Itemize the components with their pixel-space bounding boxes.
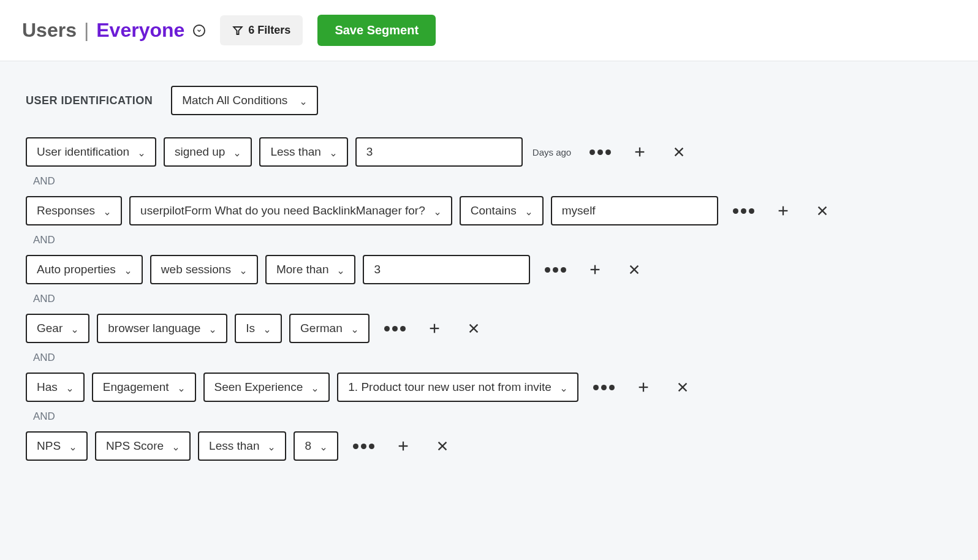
conjunction-label: AND <box>33 352 952 364</box>
chevron-down-icon <box>337 266 344 273</box>
chevron-down-icon <box>124 266 132 273</box>
section-header-row: USER IDENTIFICATION Match All Conditions <box>26 86 952 115</box>
chevron-down-icon <box>104 207 111 214</box>
select-value: Is <box>246 322 255 335</box>
remove-condition-button[interactable] <box>463 318 484 339</box>
match-mode-select[interactable]: Match All Conditions <box>171 86 318 115</box>
chevron-down-icon <box>172 442 180 450</box>
conjunction-label: AND <box>33 411 952 423</box>
chevron-down-icon <box>525 207 533 214</box>
chevron-down-icon <box>66 384 74 391</box>
more-icon[interactable] <box>589 149 611 155</box>
more-icon[interactable] <box>593 385 615 390</box>
condition-select[interactable]: Is <box>235 314 282 343</box>
condition-select[interactable]: Gear <box>26 314 89 343</box>
add-condition-button[interactable] <box>424 318 445 339</box>
conjunction-label: AND <box>33 293 952 305</box>
condition-row: Gearbrowser languageIsGerman <box>26 314 952 343</box>
remove-condition-button[interactable] <box>432 436 453 456</box>
chevron-down-icon <box>330 148 337 156</box>
chevron-down-icon <box>240 266 247 273</box>
chevron-down-icon <box>69 442 77 450</box>
chevron-down-icon <box>209 325 216 332</box>
select-value: Gear <box>37 322 63 335</box>
conjunction-label: AND <box>33 234 952 246</box>
select-value: 1. Product tour new user not from invite <box>348 380 552 394</box>
select-value: Less than <box>209 439 259 453</box>
condition-select[interactable]: User identification <box>26 137 156 167</box>
more-icon[interactable] <box>733 208 754 214</box>
segment-dropdown-icon[interactable] <box>193 25 205 37</box>
chevron-down-icon <box>311 384 319 391</box>
remove-condition-button[interactable] <box>669 142 689 162</box>
select-value: Contains <box>471 204 517 218</box>
condition-select[interactable]: Responses <box>26 196 122 225</box>
add-condition-button[interactable] <box>629 142 650 162</box>
more-icon[interactable] <box>384 326 406 331</box>
select-value: signed up <box>175 145 225 159</box>
select-value: Responses <box>37 204 95 218</box>
chevron-down-icon <box>434 207 441 214</box>
select-value: Has <box>37 380 58 394</box>
condition-select[interactable]: Contains <box>460 196 544 225</box>
condition-select[interactable]: More than <box>265 255 356 284</box>
more-icon[interactable] <box>353 444 374 449</box>
condition-select[interactable]: Engagement <box>92 373 196 402</box>
page-title: Users | Everyone <box>22 19 205 42</box>
condition-select[interactable]: 8 <box>294 431 338 461</box>
select-value: Less than <box>270 145 320 159</box>
add-condition-button[interactable] <box>633 377 654 398</box>
select-value: NPS Score <box>106 439 164 453</box>
filters-button[interactable]: 6 Filters <box>220 15 303 45</box>
title-prefix: Users <box>22 19 77 42</box>
condition-row: ResponsesuserpilotForm What do you need … <box>26 196 952 225</box>
chevron-down-icon <box>560 384 567 391</box>
add-condition-button[interactable] <box>393 436 414 456</box>
condition-select[interactable]: web sessions <box>150 255 258 284</box>
chevron-down-icon <box>178 384 185 391</box>
segment-name: Everyone <box>96 19 184 42</box>
remove-condition-button[interactable] <box>812 200 833 221</box>
filters-area: USER IDENTIFICATION Match All Conditions… <box>0 61 978 560</box>
condition-select[interactable]: NPS Score <box>95 431 191 461</box>
condition-select[interactable]: Seen Experience <box>203 373 330 402</box>
more-icon[interactable] <box>545 267 566 273</box>
save-segment-button[interactable]: Save Segment <box>317 15 436 46</box>
page-header: Users | Everyone 6 Filters Save Segment <box>0 0 978 61</box>
select-value: Auto properties <box>37 263 116 276</box>
condition-select[interactable]: userpilotForm What do you need BacklinkM… <box>129 196 452 225</box>
condition-row: Auto propertiesweb sessionsMore than <box>26 255 952 284</box>
condition-row: User identificationsigned upLess thanDay… <box>26 137 952 167</box>
filter-count-label: 6 Filters <box>248 24 290 37</box>
select-value: German <box>300 322 343 335</box>
chevron-down-icon <box>300 97 307 104</box>
condition-select[interactable]: 1. Product tour new user not from invite <box>337 373 578 402</box>
condition-select[interactable]: Less than <box>198 431 286 461</box>
condition-input[interactable] <box>355 137 523 167</box>
condition-select[interactable]: browser language <box>97 314 227 343</box>
condition-select[interactable]: Auto properties <box>26 255 143 284</box>
add-condition-button[interactable] <box>585 259 605 280</box>
condition-select[interactable]: Less than <box>259 137 347 167</box>
select-value: Seen Experience <box>214 380 303 394</box>
select-value: More than <box>276 263 329 276</box>
chevron-down-icon <box>351 325 358 332</box>
select-value: NPS <box>37 439 61 453</box>
add-condition-button[interactable] <box>773 200 794 221</box>
select-value: userpilotForm What do you need BacklinkM… <box>140 204 425 218</box>
chevron-down-icon <box>71 325 78 332</box>
section-label: USER IDENTIFICATION <box>26 94 153 107</box>
remove-condition-button[interactable] <box>624 259 645 280</box>
condition-select[interactable]: NPS <box>26 431 88 461</box>
condition-input[interactable] <box>363 255 530 284</box>
conditions-list: User identificationsigned upLess thanDay… <box>26 137 952 461</box>
condition-input[interactable] <box>551 196 718 225</box>
chevron-down-icon <box>263 325 271 332</box>
condition-select[interactable]: German <box>289 314 370 343</box>
condition-select[interactable]: signed up <box>164 137 252 167</box>
select-value: browser language <box>108 322 200 335</box>
remove-condition-button[interactable] <box>672 377 693 398</box>
chevron-down-icon <box>320 442 327 450</box>
select-value: User identification <box>37 145 129 159</box>
condition-select[interactable]: Has <box>26 373 85 402</box>
